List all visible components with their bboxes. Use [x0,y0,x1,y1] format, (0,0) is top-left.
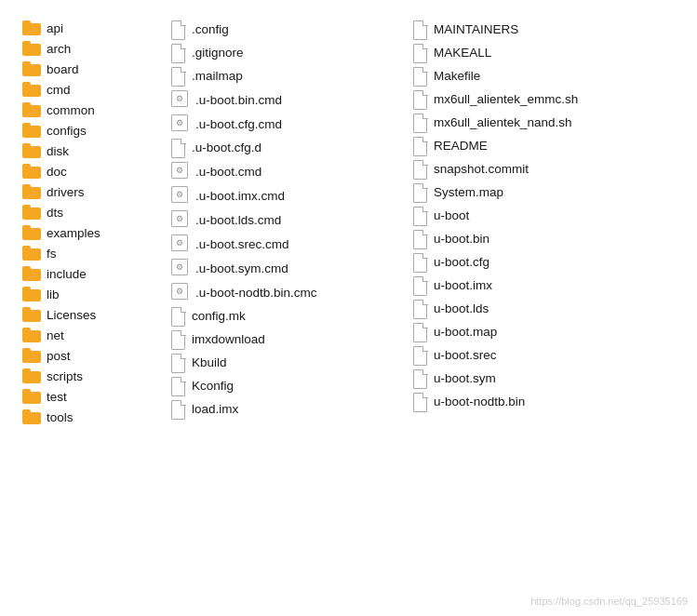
file-item[interactable]: u-boot.imx [409,275,614,296]
file-icon [413,183,428,201]
folder-icon [22,164,41,179]
file-icon [413,276,428,294]
folder-item[interactable]: include [19,264,168,283]
file-item[interactable]: System.map [409,181,614,203]
script-icon: ⚙ [171,283,190,301]
file-label: u-boot.imx [434,278,492,292]
folder-icon [22,61,41,76]
file-item[interactable]: .config [168,19,409,40]
file-item[interactable]: ⚙ .u-boot-nodtb.bin.cmc [168,281,409,303]
folder-item[interactable]: examples [19,223,168,242]
file-label: u-boot.map [434,325,497,339]
folder-label: common [47,103,95,117]
folder-item[interactable]: post [19,346,168,365]
script-icon: ⚙ [171,186,190,205]
folder-item[interactable]: Licenses [19,305,168,324]
folder-icon [22,307,41,322]
file-item[interactable]: imxdownload [168,328,409,350]
file-item[interactable]: .u-boot.cfg.d [168,137,409,158]
file-item[interactable]: .gitignore [168,42,409,63]
script-icon: ⚙ [171,114,190,133]
folder-item[interactable]: api [19,19,168,37]
file-item[interactable]: Kconfig [168,375,409,396]
folder-item[interactable]: doc [19,162,168,181]
file-item[interactable]: ⚙ .u-boot.bin.cmd [168,88,409,111]
file-label: README [434,139,488,153]
folder-item[interactable]: fs [19,244,168,262]
file-item[interactable]: ⚙ .u-boot.cfg.cmd [168,113,409,135]
file-label: Kbuild [192,355,227,369]
script-icon: ⚙ [171,162,190,181]
file-item[interactable]: snapshot.commit [409,158,614,180]
folder-item[interactable]: dts [19,203,168,221]
folder-item[interactable]: test [19,387,168,406]
folder-item[interactable]: arch [19,39,168,58]
files-column-2: .config .gitignore .mailmap ⚙ .u-boot.bi… [168,19,409,426]
files-column-3: MAINTAINERS MAKEALL Makefile mx6ull_alie… [409,19,614,426]
file-label: u-boot.cfg [434,255,489,269]
file-label: u-boot.sym [434,371,496,385]
file-item[interactable]: u-boot.srec [409,344,614,366]
file-item[interactable]: ⚙ .u-boot.lds.cmd [168,208,409,231]
file-label: Makefile [434,69,480,83]
file-item[interactable]: load.imx [168,398,409,420]
file-icon [171,400,186,418]
file-item[interactable]: MAKEALL [409,42,614,63]
file-label: snapshot.commit [434,162,529,176]
file-label: imxdownload [192,332,265,346]
file-item[interactable]: mx6ull_alientek_emmc.sh [409,88,614,110]
folder-item[interactable]: common [19,100,168,119]
file-icon [171,354,186,371]
file-item[interactable]: MAINTAINERS [409,19,614,40]
file-item[interactable]: Kbuild [168,352,409,373]
file-item[interactable]: u-boot.cfg [409,251,614,273]
folder-item[interactable]: scripts [19,367,168,385]
file-item[interactable]: .mailmap [168,65,409,87]
file-item[interactable]: u-boot [409,205,614,226]
file-label: MAKEALL [434,46,491,60]
file-item[interactable]: u-boot.bin [409,228,614,249]
folder-item[interactable]: net [19,326,168,344]
folder-label: fs [47,247,57,261]
file-label: .gitignore [192,46,244,60]
file-item[interactable]: README [409,135,614,156]
file-item[interactable]: mx6ull_alientek_nand.sh [409,112,614,133]
folder-item[interactable]: cmd [19,80,168,99]
folder-label: lib [47,288,60,301]
folder-icon [22,20,41,35]
file-item[interactable]: ⚙ .u-boot.cmd [168,160,409,182]
file-item[interactable]: u-boot.map [409,321,614,342]
file-item[interactable]: u-boot.lds [409,298,614,319]
folder-label: post [47,349,71,363]
folder-item[interactable]: lib [19,285,168,303]
folder-icon [22,348,41,363]
file-explorer: api arch board cmd common configs disk d… [0,9,697,435]
file-label: .u-boot-nodtb.bin.cmc [195,286,317,300]
folder-item[interactable]: configs [19,121,168,140]
file-icon [413,253,428,271]
folder-icon [22,409,41,424]
file-icon [171,307,186,325]
folder-icon [22,143,41,158]
file-item[interactable]: ⚙ .u-boot.imx.cmd [168,184,409,207]
file-label: .u-boot.lds.cmd [195,213,281,227]
folder-item[interactable]: board [19,60,168,78]
file-item[interactable]: Makefile [409,65,614,87]
file-label: u-boot-nodtb.bin [434,395,525,408]
file-item[interactable]: ⚙ .u-boot.sym.cmd [168,257,409,279]
script-icon: ⚙ [171,259,190,277]
file-label: .mailmap [192,69,243,83]
folder-item[interactable]: disk [19,141,168,160]
file-item[interactable]: u-boot.sym [409,368,614,389]
folder-label: disk [47,144,69,158]
folder-label: dts [47,206,63,220]
folder-item[interactable]: tools [19,408,168,426]
file-item[interactable]: config.mk [168,305,409,327]
folder-icon [22,266,41,281]
file-item[interactable]: u-boot-nodtb.bin [409,391,614,412]
folder-icon [22,205,41,220]
folder-label: tools [47,410,74,424]
folder-item[interactable]: drivers [19,182,168,201]
file-item[interactable]: ⚙ .u-boot.srec.cmd [168,233,409,255]
folder-icon [22,184,41,199]
